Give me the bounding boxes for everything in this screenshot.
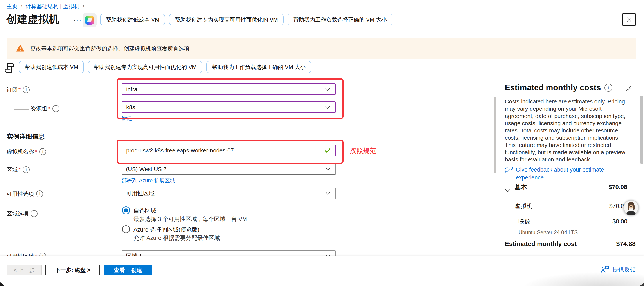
availability-zone-value: 区域 1	[126, 252, 142, 256]
estimated-costs-panel: Estimated monthly costs i Costs indicate…	[496, 77, 639, 256]
warning-text: 更改基本选项可能会重置所做的选择。创建虚拟机前查看所有选项。	[30, 45, 195, 52]
valid-check-icon	[324, 148, 331, 153]
azure-selected-zone-option-label[interactable]: Azure 选择的区域(预览版)	[134, 226, 199, 233]
cost-row-sublabel: Ubuntu Server 24.04 LTS	[518, 229, 578, 235]
bottom-shadow	[522, 272, 644, 286]
cost-row-value: $0.00	[612, 218, 627, 225]
self-selected-zone-option-desc: 最多选择 3 个可用性区域，每个区域一台 VM	[134, 215, 247, 223]
chevron-down-icon	[325, 167, 331, 171]
previous-button[interactable]: < 上一步	[6, 265, 42, 275]
cost-row-label: 虚拟机	[515, 202, 532, 210]
resource-group-label-text: 资源组	[31, 105, 50, 112]
info-icon[interactable]: i	[52, 105, 59, 112]
close-icon	[626, 16, 632, 23]
chevron-down-icon	[325, 87, 330, 91]
suggestion-low-cost-vm-button[interactable]: 帮助我创建低成本 VM	[19, 61, 84, 73]
form-scrollbar[interactable]	[494, 97, 496, 173]
info-icon[interactable]: i	[39, 148, 46, 155]
tree-connector	[14, 109, 28, 110]
availability-options-label-text: 可用性选项	[6, 190, 34, 197]
cost-row-label: 映像	[518, 217, 530, 225]
suggestion-high-availability-vm-button[interactable]: 帮助我创建专为实现高可用性而优化的 VM	[88, 61, 202, 73]
breadcrumb-home[interactable]: 主页	[6, 3, 18, 10]
availability-options-dropdown[interactable]: 可用性区域	[122, 188, 336, 199]
breadcrumb: 主页 › 计算基础结构 | 虚拟机 ›	[6, 3, 84, 10]
create-new-link[interactable]: 新建	[122, 115, 132, 122]
collapse-panel-icon[interactable]	[625, 85, 632, 92]
chevron-down-icon	[325, 105, 330, 109]
corner-artifact	[640, 283, 644, 286]
warning-banner: 更改基本选项可能会重置所做的选择。创建虚拟机前查看所有选项。	[6, 38, 636, 59]
vm-name-value: prod-usw2-k8s-freeleaps-worker-nodes-07	[126, 147, 234, 154]
create-vm-blade: 主页 › 计算基础结构 | 虚拟机 › 创建虚拟机 ··· 帮助我创建低成本 V…	[0, 0, 644, 286]
availability-zone-label: 可用性区域 i	[6, 253, 46, 256]
info-icon[interactable]: i	[31, 210, 38, 217]
suggestion-right-size-vm-button[interactable]: 帮助我为工作负载选择正确的 VM 大小	[288, 14, 392, 26]
annotation-note: 按照规范	[350, 146, 376, 155]
basics-form: 订阅 i infra 资源组 i k8s 新建 实例详细信息 虚拟机名称 i p	[0, 77, 496, 256]
next-disks-button[interactable]: 下一步: 磁盘 >	[45, 265, 100, 275]
copilot-suggestions-header: 帮助我创建低成本 VM 帮助我创建专为实现高可用性而优化的 VM 帮助我为工作负…	[100, 14, 392, 26]
review-create-button[interactable]: 查看 + 创建	[104, 265, 152, 275]
estimate-feedback-link[interactable]: Give feedback about your estimate experi…	[504, 166, 619, 181]
page-title: 创建虚拟机	[6, 12, 59, 26]
vm-name-label: 虚拟机名称 i	[6, 148, 46, 155]
info-icon[interactable]: i	[23, 166, 30, 173]
more-options-ellipsis-icon[interactable]: ···	[73, 16, 82, 24]
azure-selected-zone-option-desc: 允许 Azure 根据需要分配最佳区域	[134, 234, 220, 242]
region-label: 区域 i	[6, 166, 30, 173]
copilot-outline-icon[interactable]	[3, 62, 16, 74]
zone-options-label: 区域选项 i	[6, 210, 38, 217]
costs-panel-title: Estimated monthly costs	[505, 83, 601, 92]
feedback-bubbles-icon	[504, 166, 514, 175]
availability-options-value: 可用性区域	[126, 190, 154, 197]
cost-row-value: $70.08	[608, 184, 627, 191]
tree-connector	[14, 95, 14, 109]
availability-options-label: 可用性选项 i	[6, 190, 43, 197]
suggestion-high-availability-vm-button[interactable]: 帮助我创建专为实现高可用性而优化的 VM	[169, 14, 283, 26]
assistant-avatar[interactable]	[623, 200, 639, 215]
estimate-feedback-text: Give feedback about your estimate experi…	[516, 166, 619, 181]
vm-name-input[interactable]: prod-usw2-k8s-freeleaps-worker-nodes-07	[122, 145, 336, 156]
breadcrumb-chevron-icon: ›	[21, 3, 22, 9]
total-cost-label: Estimated monthly cost	[505, 240, 576, 247]
instance-details-section-title: 实例详细信息	[6, 132, 45, 141]
zone-options-label-text: 区域选项	[6, 210, 28, 217]
chevron-down-icon	[325, 192, 331, 195]
availability-zone-dropdown[interactable]: 区域 1	[122, 250, 336, 256]
cost-row-label[interactable]: 基本	[515, 183, 527, 191]
subscription-value: infra	[126, 86, 138, 93]
self-selected-zone-option-label[interactable]: 自选区域	[134, 207, 156, 215]
info-icon[interactable]: i	[36, 190, 43, 197]
breadcrumb-section[interactable]: 计算基础结构 | 虚拟机	[26, 3, 80, 10]
vm-name-label-text: 虚拟机名称	[6, 148, 37, 155]
info-icon[interactable]: i	[39, 253, 46, 256]
region-value: (US) West US 2	[126, 166, 166, 173]
costs-disclaimer-text: Costs indicated here are estimates only.…	[505, 98, 628, 163]
self-selected-zone-radio[interactable]	[122, 206, 130, 214]
scrollbar-track	[639, 94, 639, 256]
resource-group-value: k8s	[126, 104, 135, 111]
suggestion-low-cost-vm-button[interactable]: 帮助我创建低成本 VM	[100, 14, 165, 26]
divider	[496, 237, 639, 237]
region-dropdown[interactable]: (US) West US 2	[122, 163, 336, 175]
info-icon[interactable]: i	[604, 84, 612, 92]
close-button[interactable]	[622, 13, 636, 26]
azure-selected-zone-radio[interactable]	[122, 225, 130, 233]
warning-icon	[16, 44, 24, 53]
info-icon[interactable]: i	[23, 86, 30, 93]
breadcrumb-chevron-icon: ›	[82, 3, 84, 9]
copilot-button[interactable]	[82, 13, 96, 27]
resource-group-dropdown[interactable]: k8s	[122, 102, 336, 113]
subscription-label: 订阅 i	[6, 86, 30, 93]
suggestion-right-size-vm-button[interactable]: 帮助我为工作负载选择正确的 VM 大小	[206, 61, 311, 73]
copilot-logo-icon	[85, 16, 94, 25]
total-cost-value: $74.88	[616, 240, 636, 247]
edge-zone-link[interactable]: 部署到 Azure 扩展区域	[122, 177, 175, 184]
page-scrollbar[interactable]	[640, 96, 643, 164]
region-label-text: 区域	[6, 166, 21, 173]
subscription-dropdown[interactable]: infra	[122, 84, 336, 95]
availability-zone-label-text: 可用性区域	[6, 253, 37, 256]
expand-chevron-icon[interactable]	[505, 189, 510, 192]
copilot-suggestions-inline: 帮助我创建低成本 VM 帮助我创建专为实现高可用性而优化的 VM 帮助我为工作负…	[19, 61, 311, 73]
